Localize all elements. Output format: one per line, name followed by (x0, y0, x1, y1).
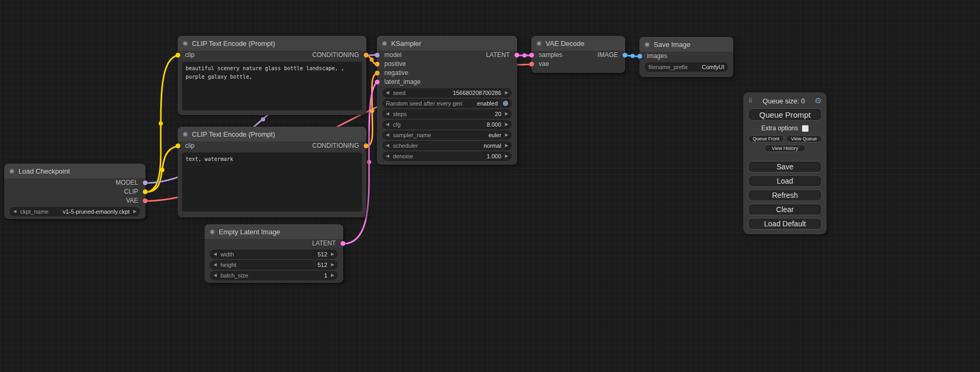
node-title-bar[interactable]: Load Checkpoint (4, 164, 145, 178)
output-port-conditioning[interactable] (364, 144, 368, 148)
widget-random-seed-toggle[interactable]: Random seed after every gen enabled (382, 99, 512, 108)
negative-prompt-textarea[interactable]: text, watermark (182, 152, 362, 212)
input-port-clip[interactable] (176, 53, 180, 58)
node-title-bar[interactable]: Save Image (639, 37, 733, 52)
refresh-button[interactable]: Refresh (748, 189, 822, 201)
widget-sampler-name[interactable]: ◀ sampler_name euler ▶ (382, 130, 512, 140)
output-port-vae[interactable] (143, 198, 148, 203)
settings-gear-icon[interactable]: ⚙ (815, 96, 822, 106)
decrement-arrow-icon[interactable]: ◀ (214, 252, 217, 256)
output-port-latent[interactable] (341, 241, 345, 246)
input-port-images[interactable] (637, 54, 642, 59)
increment-arrow-icon[interactable]: ▶ (331, 273, 334, 278)
input-port-latent-image[interactable] (375, 80, 380, 84)
node-load-checkpoint[interactable]: Load Checkpoint MODEL CLIP VAE ◀ ckpt_na… (4, 164, 145, 219)
node-title-bar[interactable]: KSampler (377, 36, 517, 51)
link-midpoint-dot (367, 160, 371, 164)
widget-batch-size[interactable]: ◀ batch_size 1 ▶ (210, 271, 338, 280)
node-graph-canvas[interactable]: Load Checkpoint MODEL CLIP VAE ◀ ckpt_na… (0, 0, 980, 372)
increment-arrow-icon[interactable]: ▶ (505, 144, 508, 148)
output-port-clip[interactable] (143, 189, 148, 194)
widget-denoise[interactable]: ◀ denoise 1.000 ▶ (382, 151, 512, 161)
collapse-dot-icon[interactable] (182, 41, 188, 46)
output-port-latent[interactable] (515, 53, 519, 58)
decrement-arrow-icon[interactable]: ◀ (386, 122, 389, 127)
widget-cfg[interactable]: ◀ cfg 8.000 ▶ (382, 120, 512, 129)
node-vae-decode[interactable]: VAE Decode samples IMAGE vae (531, 36, 625, 73)
node-title-text: Empty Latent Image (219, 228, 280, 236)
increment-arrow-icon[interactable]: ▶ (331, 263, 334, 267)
increment-arrow-icon[interactable]: ▶ (505, 91, 508, 95)
node-ksampler[interactable]: KSampler model LATENT positive negative … (377, 36, 517, 165)
clear-button[interactable]: Clear (748, 204, 822, 215)
increment-arrow-icon[interactable]: ▶ (505, 122, 508, 127)
output-label-latent: LATENT (312, 239, 336, 248)
decrement-arrow-icon[interactable]: ◀ (13, 209, 16, 214)
collapse-dot-icon[interactable] (644, 42, 650, 47)
queue-size-label: Queue size: 0 (763, 97, 805, 105)
node-clip-text-encode-negative[interactable]: CLIP Text Encode (Prompt) clip CONDITION… (178, 127, 366, 217)
decrement-arrow-icon[interactable]: ◀ (386, 154, 389, 158)
increment-arrow-icon[interactable]: ▶ (505, 112, 508, 116)
drag-handle-icon[interactable]: ⠿ (748, 97, 753, 104)
node-title-bar[interactable]: CLIP Text Encode (Prompt) (178, 127, 366, 141)
collapse-dot-icon[interactable] (9, 168, 15, 174)
widget-steps[interactable]: ◀ steps 20 ▶ (382, 109, 512, 119)
link-midpoint-dot (370, 109, 374, 113)
toggle-knob-icon[interactable] (503, 101, 508, 106)
view-history-button[interactable]: View History (764, 145, 806, 152)
load-default-button[interactable]: Load Default (748, 218, 822, 230)
decrement-arrow-icon[interactable]: ◀ (214, 263, 217, 267)
node-empty-latent-image[interactable]: Empty Latent Image LATENT ◀ width 512 ▶ … (205, 224, 343, 283)
input-port-model[interactable] (375, 53, 380, 58)
decrement-arrow-icon[interactable]: ◀ (214, 273, 217, 278)
extra-options-checkbox[interactable] (802, 125, 809, 132)
view-queue-button[interactable]: View Queue (786, 135, 822, 142)
increment-arrow-icon[interactable]: ▶ (505, 133, 508, 137)
slot-row: LATENT (205, 239, 343, 248)
queue-prompt-button[interactable]: Queue Prompt (748, 108, 822, 121)
collapse-dot-icon[interactable] (382, 41, 387, 46)
decrement-arrow-icon[interactable]: ◀ (386, 133, 389, 137)
node-title-bar[interactable]: VAE Decode (531, 36, 625, 51)
wire-clip-to-negative-encode (145, 146, 178, 192)
output-port-image[interactable] (623, 53, 627, 58)
node-save-image[interactable]: Save Image images filename_prefix ComfyU… (639, 37, 733, 77)
queue-front-button[interactable]: Queue Front (748, 135, 784, 142)
widget-value: enabled (477, 100, 498, 107)
widget-label: filename_prefix (648, 64, 688, 70)
node-title-bar[interactable]: CLIP Text Encode (Prompt) (178, 36, 366, 51)
decrement-arrow-icon[interactable]: ◀ (386, 144, 389, 148)
load-button[interactable]: Load (748, 175, 822, 187)
collapse-dot-icon[interactable] (182, 131, 188, 137)
node-clip-text-encode-positive[interactable]: CLIP Text Encode (Prompt) clip CONDITION… (178, 36, 366, 115)
input-port-positive[interactable] (375, 62, 380, 66)
widget-ckpt-name[interactable]: ◀ ckpt_name v1-5-pruned-emaonly.ckpt ▶ (9, 207, 140, 216)
widget-scheduler[interactable]: ◀ scheduler normal ▶ (382, 141, 512, 150)
increment-arrow-icon[interactable]: ▶ (331, 252, 334, 256)
input-port-negative[interactable] (375, 71, 380, 75)
input-port-samples[interactable] (529, 53, 534, 58)
save-button[interactable]: Save (748, 161, 822, 173)
widget-seed[interactable]: ◀ seed 156680208700286 ▶ (382, 88, 512, 98)
output-port-conditioning[interactable] (364, 53, 368, 58)
widget-value: v1-5-pruned-emaonly.ckpt (63, 208, 130, 215)
collapse-dot-icon[interactable] (536, 41, 542, 46)
extra-options-label: Extra options (761, 125, 798, 132)
decrement-arrow-icon[interactable]: ◀ (386, 112, 389, 116)
input-port-clip[interactable] (176, 144, 180, 148)
widget-width[interactable]: ◀ width 512 ▶ (210, 250, 338, 259)
input-port-vae[interactable] (529, 62, 534, 66)
output-port-model[interactable] (143, 180, 148, 185)
increment-arrow-icon[interactable]: ▶ (505, 154, 508, 158)
node-title-bar[interactable]: Empty Latent Image (205, 224, 343, 239)
widget-filename-prefix[interactable]: filename_prefix ComfyUI (645, 62, 728, 72)
output-label-image: IMAGE (597, 51, 618, 60)
widget-height[interactable]: ◀ height 512 ▶ (210, 260, 338, 270)
decrement-arrow-icon[interactable]: ◀ (386, 91, 389, 95)
slot-row: CLIP (4, 187, 145, 196)
collapse-dot-icon[interactable] (209, 229, 215, 235)
widget-label: Random seed after every gen (386, 100, 462, 107)
positive-prompt-textarea[interactable]: beautiful scenery nature glass bottle la… (182, 62, 362, 110)
increment-arrow-icon[interactable]: ▶ (133, 209, 137, 214)
